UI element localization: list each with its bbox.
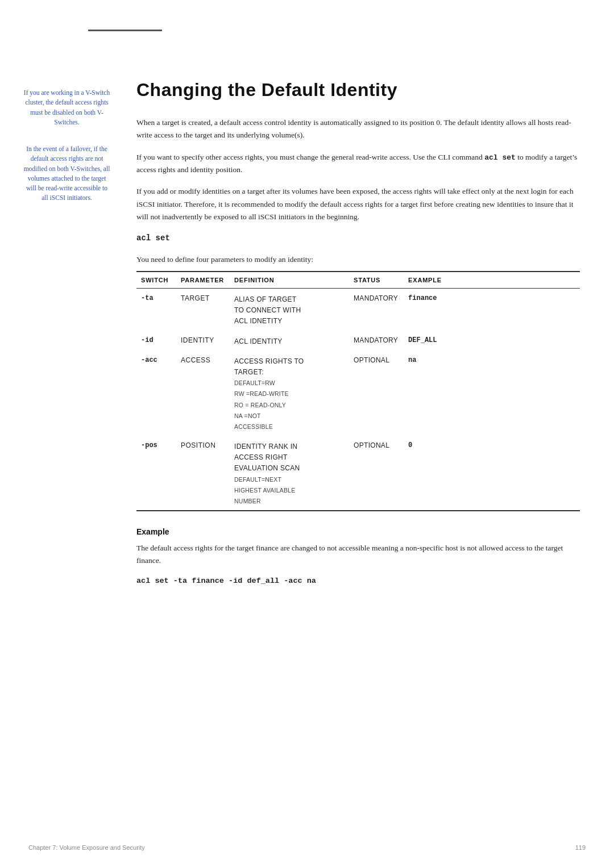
cell-param-pos: POSITION — [176, 436, 230, 511]
table-header-row: Switch Parameter Definition Status Examp… — [136, 272, 580, 289]
col-example: Example — [404, 272, 580, 289]
page-title: Changing the Default Identity — [136, 80, 580, 101]
page: If you are working in a V-Switch cluster… — [0, 0, 614, 868]
sidebar-note-1-text: If you are working in a V-Switch cluster… — [24, 89, 110, 126]
sidebar-note-2-text: In the event of a failover, if the defau… — [24, 145, 110, 201]
cell-switch-pos: -pos — [136, 436, 176, 511]
cell-status-ta: MANDATORY — [349, 289, 404, 331]
paragraph-2: If you want to specify other access righ… — [136, 151, 580, 177]
cell-def-ta: ALIAS OF TARGETTO CONNECT WITHACL IDNETI… — [230, 289, 349, 331]
cell-def-acc-sub: DEFAULT=RW RW =READ-WRITE RO = READ-ONLY… — [234, 379, 289, 430]
cell-status-id: MANDATORY — [349, 331, 404, 350]
sidebar-note-1: If you are working in a V-Switch cluster… — [23, 88, 111, 127]
cell-example-pos: 0 — [404, 436, 580, 511]
acl-command: acl set — [136, 233, 580, 243]
cell-example-id: DEF_ALL — [404, 331, 580, 350]
cell-param-id: IDENTITY — [176, 331, 230, 350]
main-content: Changing the Default Identity When a tar… — [136, 34, 580, 585]
cell-example-acc: na — [404, 350, 580, 436]
cell-status-acc: OPTIONAL — [349, 350, 404, 436]
col-parameter: Parameter — [176, 272, 230, 289]
footer: Chapter 7: Volume Exposure and Security … — [0, 844, 614, 851]
paragraph-3: If you add or modify identities on a tar… — [136, 185, 580, 223]
sidebar: If you are working in a V-Switch cluster… — [23, 88, 111, 220]
para2-text: If you want to specify other access righ… — [136, 153, 483, 161]
para2-code: acl set — [484, 153, 516, 162]
cell-status-pos: OPTIONAL — [349, 436, 404, 511]
cell-def-acc: ACCESS RIGHTS TOTARGET: DEFAULT=RW RW =R… — [230, 350, 349, 436]
sidebar-note-2: In the event of a failover, if the defau… — [23, 144, 111, 203]
cell-def-pos-sub: DEFAULT=NEXT HIGHEST AVAILABLE NUMBER — [234, 476, 295, 504]
cell-switch-ta: -ta — [136, 289, 176, 331]
cell-param-acc: ACCESS — [176, 350, 230, 436]
paragraph-1: When a target is created, a default acce… — [136, 116, 580, 142]
example-text: The default access rights for the target… — [136, 542, 580, 567]
col-definition: Definition — [230, 272, 349, 289]
example-section: Example The default access rights for th… — [136, 527, 580, 585]
table-body: -ta TARGET ALIAS OF TARGETTO CONNECT WIT… — [136, 289, 580, 511]
footer-page: 119 — [575, 844, 586, 851]
table-row: -id IDENTITY ACL IDENTITY MANDATORY DEF_… — [136, 331, 580, 350]
table-row: -pos POSITION IDENTITY RANK INACCESS RIG… — [136, 436, 580, 511]
cell-example-ta: finance — [404, 289, 580, 331]
cell-def-id: ACL IDENTITY — [230, 331, 349, 350]
top-rule — [88, 30, 162, 31]
example-command: acl set -ta finance -id def_all -acc na — [136, 577, 580, 585]
col-status: Status — [349, 272, 404, 289]
table-intro: You need to define four parameters to mo… — [136, 255, 580, 264]
table-header: Switch Parameter Definition Status Examp… — [136, 272, 580, 289]
col-switch: Switch — [136, 272, 176, 289]
footer-chapter: Chapter 7: Volume Exposure and Security — [28, 844, 145, 851]
cell-switch-id: -id — [136, 331, 176, 350]
cell-switch-acc: -acc — [136, 350, 176, 436]
params-table: Switch Parameter Definition Status Examp… — [136, 271, 580, 511]
cell-param-ta: TARGET — [176, 289, 230, 331]
example-heading: Example — [136, 527, 580, 536]
table-row: -ta TARGET ALIAS OF TARGETTO CONNECT WIT… — [136, 289, 580, 331]
table-row: -acc ACCESS ACCESS RIGHTS TOTARGET: DEFA… — [136, 350, 580, 436]
cell-def-pos: IDENTITY RANK INACCESS RIGHTEVALUATION S… — [230, 436, 349, 511]
